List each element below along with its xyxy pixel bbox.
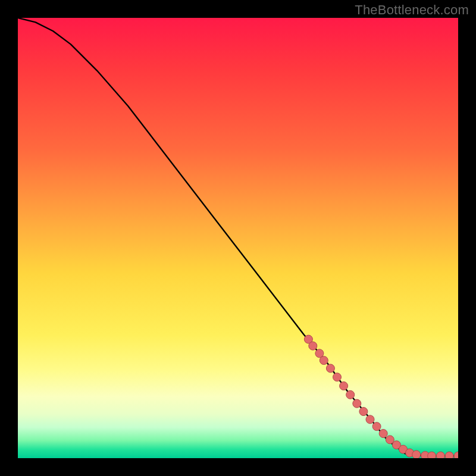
marker-point [346,390,355,399]
bottleneck-curve [18,18,458,456]
marker-point [320,356,328,365]
marker-point [359,408,368,416]
marker-point [412,450,421,458]
marker-point [326,364,334,372]
marker-point [372,422,381,431]
marker-point [340,382,348,390]
marker-point [454,452,458,458]
marker-point [436,452,444,458]
marker-point [379,430,387,438]
marker-point [333,373,342,381]
marker-point [353,399,361,408]
highlighted-points [304,335,458,458]
marker-point [366,415,374,424]
marker-point [309,342,317,350]
watermark-text: TheBottleneck.com [355,2,469,18]
chart-overlay-svg [18,18,458,458]
marker-point [445,452,453,458]
marker-point [428,452,436,458]
